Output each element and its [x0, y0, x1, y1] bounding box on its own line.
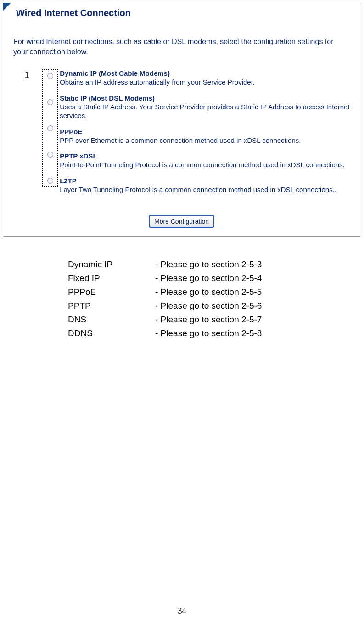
more-configuration-button[interactable]: More Configuration: [149, 215, 214, 228]
section-ref: - Please go to section 2-5-3: [155, 259, 262, 270]
button-row: More Configuration: [3, 215, 360, 228]
section-name: PPPoE: [68, 287, 155, 297]
option-dynamic-ip: Dynamic IP (Most Cable Modems) Obtains a…: [60, 69, 351, 87]
option-pptp: PPTP xDSL Point-to-Point Tunneling Proto…: [60, 152, 351, 169]
panel-title: Wired Internet Connection: [3, 3, 360, 21]
option-title: Static IP (Most DSL Modems): [60, 94, 351, 102]
radio-dynamic-ip[interactable]: [47, 73, 53, 79]
radio-static-ip[interactable]: [47, 99, 53, 105]
section-ref: - Please go to section 2-5-6: [155, 301, 262, 311]
radio-l2tp[interactable]: [47, 178, 53, 184]
option-title: L2TP: [60, 177, 351, 185]
options-text: Dynamic IP (Most Cable Modems) Obtains a…: [58, 69, 351, 201]
section-ref: - Please go to section 2-5-7: [155, 315, 262, 325]
radio-pptp[interactable]: [47, 152, 53, 158]
page-number: 34: [0, 606, 364, 616]
section-row: PPTP - Please go to section 2-5-6: [68, 301, 364, 311]
section-row: DNS - Please go to section 2-5-7: [68, 315, 364, 325]
section-name: Dynamic IP: [68, 259, 155, 270]
section-row: Fixed IP - Please go to section 2-5-4: [68, 273, 364, 283]
section-reference-list: Dynamic IP - Please go to section 2-5-3 …: [68, 259, 364, 338]
section-ref: - Please go to section 2-5-5: [155, 287, 262, 297]
option-pppoe: PPPoE PPP over Ethernet is a common conn…: [60, 128, 351, 145]
callout-number: 1: [24, 69, 29, 79]
options-area: 1 Dynamic IP (Most Cable Modems) Obtains…: [3, 61, 360, 204]
panel-intro-text: For wired Internet connections, such as …: [3, 21, 360, 61]
option-desc: Layer Two Tunneling Protocol is a common…: [60, 185, 351, 194]
radio-pppoe[interactable]: [47, 125, 53, 131]
option-desc: Point-to-Point Tunneling Protocol is a c…: [60, 160, 351, 169]
option-l2tp: L2TP Layer Two Tunneling Protocol is a c…: [60, 177, 351, 194]
section-row: Dynamic IP - Please go to section 2-5-3: [68, 259, 364, 270]
option-title: Dynamic IP (Most Cable Modems): [60, 69, 351, 77]
option-desc: Obtains an IP address automatically from…: [60, 78, 351, 87]
section-row: PPPoE - Please go to section 2-5-5: [68, 287, 364, 297]
section-ref: - Please go to section 2-5-4: [155, 273, 262, 283]
config-panel: Wired Internet Connection For wired Inte…: [3, 3, 360, 237]
callout-box: [42, 69, 58, 187]
option-title: PPTP xDSL: [60, 152, 351, 160]
section-name: Fixed IP: [68, 273, 155, 283]
section-row: DDNS - Please go to section 2-5-8: [68, 328, 364, 338]
section-name: DNS: [68, 315, 155, 325]
section-name: PPTP: [68, 301, 155, 311]
option-desc: PPP over Ethernet is a common connection…: [60, 136, 351, 145]
option-desc: Uses a Static IP Address. Your Service P…: [60, 102, 351, 120]
option-title: PPPoE: [60, 128, 351, 135]
section-ref: - Please go to section 2-5-8: [155, 328, 262, 338]
section-name: DDNS: [68, 328, 155, 338]
option-static-ip: Static IP (Most DSL Modems) Uses a Stati…: [60, 94, 351, 120]
corner-decoration-icon: [3, 3, 11, 11]
